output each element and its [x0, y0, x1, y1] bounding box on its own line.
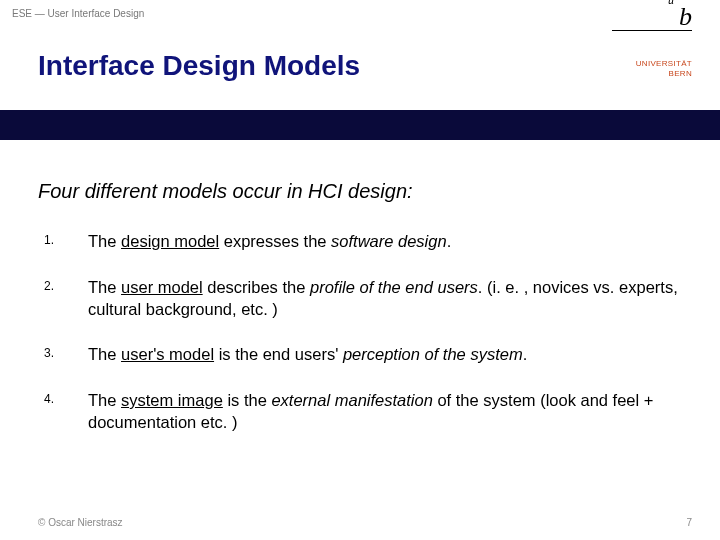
subtitle: Four different models occur in HCI desig… — [38, 180, 682, 203]
emphasis: external manifestation — [271, 391, 432, 409]
emphasis: profile of the end users — [310, 278, 478, 296]
list-item: The design model expresses the software … — [38, 231, 682, 253]
university-logo: u b UNIVERSITÄT BERN — [612, 4, 692, 80]
logo-sup: u — [668, 0, 674, 6]
page-title: Interface Design Models — [38, 50, 360, 82]
term: user's model — [121, 345, 214, 363]
content-area: Four different models occur in HCI desig… — [0, 140, 720, 434]
emphasis: perception of the system — [343, 345, 523, 363]
models-list: The design model expresses the software … — [38, 231, 682, 434]
term: system image — [121, 391, 223, 409]
logo-b-icon: u b — [612, 4, 692, 30]
copyright: © Oscar Nierstrasz — [38, 517, 123, 528]
page-number: 7 — [686, 517, 692, 528]
term: user model — [121, 278, 203, 296]
breadcrumb: ESE — User Interface Design — [12, 8, 144, 19]
list-item: The user model describes the profile of … — [38, 277, 682, 321]
list-item: The system image is the external manifes… — [38, 390, 682, 434]
emphasis: software design — [331, 232, 447, 250]
list-item: The user's model is the end users' perce… — [38, 344, 682, 366]
term: design model — [121, 232, 219, 250]
footer: © Oscar Nierstrasz 7 — [38, 517, 692, 528]
university-name: UNIVERSITÄT BERN — [612, 59, 692, 80]
logo-letter: b — [679, 2, 692, 31]
header: ESE — User Interface Design Interface De… — [0, 0, 720, 110]
title-divider — [0, 110, 720, 140]
